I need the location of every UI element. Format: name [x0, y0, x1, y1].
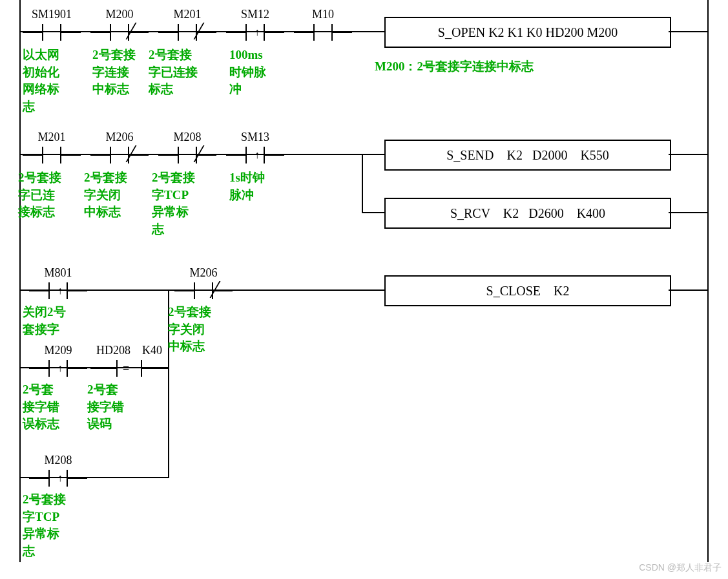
- note-m201b: 2号套接 字已连 接标志: [18, 169, 61, 221]
- note-m206b: 2号套接 字关闭 中标志: [84, 169, 127, 221]
- watermark: CSDN @郑人非君子: [639, 562, 722, 574]
- contact-sm1901: SM1901: [23, 9, 81, 41]
- note-m801: 关闭2号 套接字: [23, 304, 66, 338]
- func-s-send: S_SEND K2 D2000 K550: [384, 140, 671, 171]
- right-power-rail: [707, 0, 709, 562]
- note-m200-side: M200：2号套接字连接中标志: [375, 58, 534, 76]
- contact-m201-nc: M201: [158, 9, 216, 41]
- func-s-rcv: S_RCV K2 D2600 K400: [384, 198, 671, 229]
- note-m200: 2号套接 字连接 中标志: [92, 47, 136, 98]
- contact-sm12: SM12 ↑: [226, 9, 284, 41]
- ladder-diagram: SM1901 M200 M201 SM12 ↑ M10 S_OPEN K2 K1…: [13, 0, 723, 562]
- func-s-open: S_OPEN K2 K1 K0 HD200 M200: [384, 17, 671, 48]
- note-sm1901: 以太网 初始化 网络标 志: [23, 47, 81, 115]
- note-m208b: 2号套接 字TCP 异常标 志: [152, 169, 195, 238]
- contact-m208-nc: M208: [158, 132, 216, 163]
- contact-m10: M10: [294, 9, 352, 41]
- note-m201: 2号套接 字已连接 标志: [149, 47, 198, 98]
- compare-hd208-k40: HD208 K40 =: [90, 345, 168, 377]
- contact-m209: M209 ↑: [29, 345, 87, 377]
- note-m206c: 2号套接 字关闭 中标志: [168, 304, 211, 355]
- contact-m208c: M208 ↑: [29, 455, 87, 487]
- note-m209: 2号套 接字错 误标志: [23, 381, 59, 433]
- func-s-close: S_CLOSE K2: [384, 275, 671, 306]
- contact-m206-nc: M206: [90, 132, 149, 163]
- contact-m801: M801 ↑: [29, 268, 87, 299]
- contact-sm13: SM13 ↑: [226, 132, 284, 163]
- note-hd208: 2号套 接字错 误码: [87, 381, 124, 433]
- contact-m200-nc: M200: [90, 9, 149, 41]
- note-sm12: 100ms 时钟脉 冲: [229, 47, 266, 98]
- note-sm13: 1s时钟 脉冲: [229, 169, 265, 204]
- contact-m201: M201: [23, 132, 81, 163]
- note-m208c: 2号套接 字TCP 异常标 志: [23, 491, 66, 560]
- contact-m206c-nc: M206: [174, 268, 233, 299]
